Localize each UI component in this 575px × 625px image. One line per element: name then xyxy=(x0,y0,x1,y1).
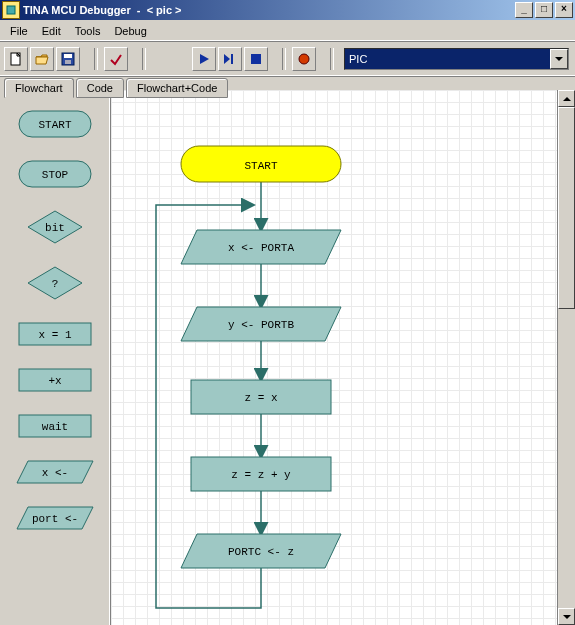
floppy-icon xyxy=(61,52,75,66)
menu-debug[interactable]: Debug xyxy=(108,24,152,38)
palette-increment-process[interactable]: +x xyxy=(18,368,92,392)
toolbar-separator xyxy=(142,48,146,70)
play-icon xyxy=(198,53,210,65)
maximize-button[interactable]: □ xyxy=(535,2,553,18)
step-icon xyxy=(223,53,237,65)
minimize-button[interactable]: _ xyxy=(515,2,533,18)
work-area: START STOP bit ? x = 1 +x xyxy=(0,90,575,625)
tab-flowchart-code[interactable]: Flowchart+Code xyxy=(126,78,228,98)
run-button[interactable] xyxy=(192,47,216,71)
toolbar-separator xyxy=(94,48,98,70)
node-assign-z-x[interactable]: z = x xyxy=(191,380,331,414)
node-label: PORTC <- z xyxy=(228,546,294,558)
svg-text:port <-: port <- xyxy=(32,513,78,525)
close-button[interactable]: × xyxy=(555,2,573,18)
compile-button[interactable] xyxy=(104,47,128,71)
window-controls: _ □ × xyxy=(515,2,573,18)
palette-stop-terminator[interactable]: STOP xyxy=(18,160,92,188)
node-start[interactable]: START xyxy=(181,146,341,182)
svg-point-9 xyxy=(299,54,309,64)
title-bar: TINA MCU Debugger - < pic > _ □ × xyxy=(0,0,575,20)
palette-bit-decision[interactable]: bit xyxy=(27,210,83,244)
node-label: y <- PORTB xyxy=(228,319,294,331)
menu-edit[interactable]: Edit xyxy=(36,24,67,38)
svg-text:x = 1: x = 1 xyxy=(38,329,71,341)
chevron-down-icon[interactable] xyxy=(550,49,568,69)
save-button[interactable] xyxy=(56,47,80,71)
node-write-portc[interactable]: PORTC <- z xyxy=(181,534,341,568)
palette-io-input[interactable]: x <- xyxy=(16,460,94,484)
svg-text:+x: +x xyxy=(48,375,62,387)
file-new-icon xyxy=(9,52,23,66)
svg-text:?: ? xyxy=(52,278,59,290)
svg-text:bit: bit xyxy=(45,222,65,234)
open-button[interactable] xyxy=(30,47,54,71)
shape-palette: START STOP bit ? x = 1 +x xyxy=(0,90,111,625)
node-read-porta[interactable]: x <- PORTA xyxy=(181,230,341,264)
node-read-portb[interactable]: y <- PORTB xyxy=(181,307,341,341)
svg-rect-7 xyxy=(231,54,233,64)
svg-text:wait: wait xyxy=(42,421,68,433)
window-title: TINA MCU Debugger - < pic > xyxy=(23,4,515,16)
canvas-viewport: START x <- PORTA y <- PORTB xyxy=(111,90,575,625)
vertical-scrollbar[interactable] xyxy=(557,90,575,625)
palette-io-output[interactable]: port <- xyxy=(16,506,94,530)
target-combo-value: PIC xyxy=(349,53,550,65)
tab-flowchart[interactable]: Flowchart xyxy=(4,78,74,98)
scroll-up-button[interactable] xyxy=(558,90,575,107)
tab-code[interactable]: Code xyxy=(76,78,124,98)
step-button[interactable] xyxy=(218,47,242,71)
svg-rect-8 xyxy=(251,54,261,64)
palette-decision[interactable]: ? xyxy=(27,266,83,300)
target-combobox[interactable]: PIC xyxy=(344,48,569,70)
svg-text:STOP: STOP xyxy=(42,169,69,181)
toolbar-separator xyxy=(282,48,286,70)
app-window: TINA MCU Debugger - < pic > _ □ × File E… xyxy=(0,0,575,625)
folder-open-icon xyxy=(35,52,49,66)
svg-rect-3 xyxy=(64,54,72,58)
app-icon xyxy=(2,1,20,19)
toolbar: PIC xyxy=(0,42,575,77)
breakpoint-button[interactable] xyxy=(292,47,316,71)
svg-marker-5 xyxy=(200,54,209,64)
scroll-thumb[interactable] xyxy=(558,107,575,309)
svg-marker-6 xyxy=(224,54,230,64)
node-label: z = z + y xyxy=(231,469,291,481)
new-button[interactable] xyxy=(4,47,28,71)
menu-tools[interactable]: Tools xyxy=(69,24,107,38)
flowchart-canvas[interactable]: START x <- PORTA y <- PORTB xyxy=(111,90,558,625)
toolbar-separator xyxy=(330,48,334,70)
menu-file[interactable]: File xyxy=(4,24,34,38)
stop-button[interactable] xyxy=(244,47,268,71)
svg-text:START: START xyxy=(38,119,71,131)
menu-bar: File Edit Tools Debug xyxy=(0,20,575,42)
flowchart-diagram: START x <- PORTA y <- PORTB xyxy=(111,90,558,625)
node-label: x <- PORTA xyxy=(228,242,294,254)
node-label: z = x xyxy=(244,392,277,404)
check-icon xyxy=(109,52,123,66)
svg-rect-0 xyxy=(7,6,15,14)
palette-start-terminator[interactable]: START xyxy=(18,110,92,138)
scroll-down-button[interactable] xyxy=(558,608,575,625)
svg-text:x <-: x <- xyxy=(42,467,68,479)
palette-wait-process[interactable]: wait xyxy=(18,414,92,438)
node-start-label: START xyxy=(244,160,277,172)
svg-rect-4 xyxy=(65,60,71,64)
stop-icon xyxy=(250,53,262,65)
breakpoint-icon xyxy=(298,53,310,65)
node-assign-z-zy[interactable]: z = z + y xyxy=(191,457,331,491)
palette-assign-process[interactable]: x = 1 xyxy=(18,322,92,346)
